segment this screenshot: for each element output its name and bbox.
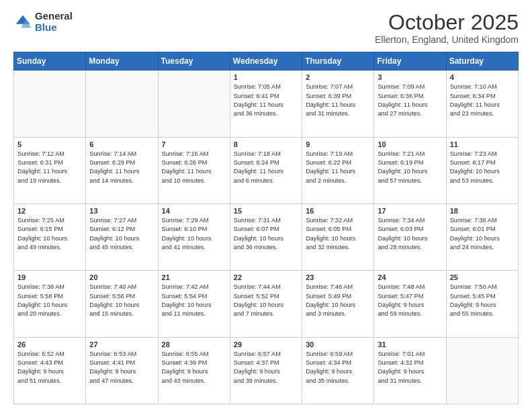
day-info: Sunrise: 7:48 AMSunset: 5:47 PMDaylight:… bbox=[378, 283, 442, 318]
day-cell-14: 14Sunrise: 7:29 AMSunset: 6:10 PMDayligh… bbox=[158, 203, 230, 270]
day-info: Sunrise: 7:32 AMSunset: 6:05 PMDaylight:… bbox=[306, 216, 370, 252]
day-info: Sunrise: 7:16 AMSunset: 6:26 PMDaylight:… bbox=[162, 150, 226, 185]
weekday-header-tuesday: Tuesday bbox=[158, 52, 230, 71]
day-info: Sunrise: 7:31 AMSunset: 6:07 PMDaylight:… bbox=[234, 216, 298, 252]
day-number: 23 bbox=[306, 273, 370, 281]
day-cell-5: 5Sunrise: 7:12 AMSunset: 6:31 PMDaylight… bbox=[14, 137, 86, 203]
title-block: October 2025 Ellerton, England, United K… bbox=[375, 11, 519, 45]
day-number: 12 bbox=[17, 207, 82, 215]
day-number: 14 bbox=[162, 207, 226, 215]
location: Ellerton, England, United Kingdom bbox=[375, 34, 519, 45]
logo-general-text: General bbox=[35, 11, 73, 22]
day-number: 7 bbox=[162, 140, 226, 148]
day-number: 4 bbox=[450, 73, 515, 81]
day-number: 27 bbox=[89, 340, 154, 349]
day-number: 28 bbox=[162, 340, 226, 349]
weekday-header-wednesday: Wednesday bbox=[230, 52, 302, 71]
day-info: Sunrise: 7:21 AMSunset: 6:19 PMDaylight:… bbox=[378, 150, 442, 185]
day-cell-31: 31Sunrise: 7:01 AMSunset: 4:32 PMDayligh… bbox=[374, 337, 446, 404]
day-info: Sunrise: 7:40 AMSunset: 5:56 PMDaylight:… bbox=[89, 283, 154, 318]
day-number: 31 bbox=[378, 340, 442, 349]
day-cell-28: 28Sunrise: 6:55 AMSunset: 4:39 PMDayligh… bbox=[158, 337, 230, 404]
day-number: 17 bbox=[378, 207, 442, 215]
day-number: 8 bbox=[234, 140, 298, 148]
day-cell-18: 18Sunrise: 7:36 AMSunset: 6:01 PMDayligh… bbox=[446, 203, 518, 270]
day-info: Sunrise: 7:18 AMSunset: 6:24 PMDaylight:… bbox=[234, 150, 298, 185]
day-number: 30 bbox=[306, 340, 370, 349]
day-info: Sunrise: 7:34 AMSunset: 6:03 PMDaylight:… bbox=[378, 216, 442, 252]
day-info: Sunrise: 7:25 AMSunset: 6:15 PMDaylight:… bbox=[17, 216, 82, 252]
day-info: Sunrise: 7:42 AMSunset: 5:54 PMDaylight:… bbox=[162, 283, 226, 318]
day-info: Sunrise: 7:10 AMSunset: 6:34 PMDaylight:… bbox=[450, 83, 515, 118]
weekday-header-thursday: Thursday bbox=[302, 52, 374, 71]
day-number: 18 bbox=[450, 207, 515, 215]
weekday-header-friday: Friday bbox=[374, 52, 446, 71]
day-info: Sunrise: 7:29 AMSunset: 6:10 PMDaylight:… bbox=[162, 216, 226, 252]
day-cell-2: 2Sunrise: 7:07 AMSunset: 6:39 PMDaylight… bbox=[302, 71, 374, 137]
weekday-header-saturday: Saturday bbox=[446, 52, 518, 71]
day-info: Sunrise: 7:14 AMSunset: 6:29 PMDaylight:… bbox=[89, 150, 154, 185]
day-cell-29: 29Sunrise: 6:57 AMSunset: 4:37 PMDayligh… bbox=[230, 337, 302, 404]
logo-blue-text: Blue bbox=[35, 22, 73, 34]
day-cell-30: 30Sunrise: 6:59 AMSunset: 4:34 PMDayligh… bbox=[302, 337, 374, 404]
day-number: 22 bbox=[234, 273, 298, 281]
day-number: 25 bbox=[450, 273, 515, 281]
day-number: 21 bbox=[162, 273, 226, 281]
day-info: Sunrise: 7:07 AMSunset: 6:39 PMDaylight:… bbox=[306, 83, 370, 118]
day-info: Sunrise: 7:12 AMSunset: 6:31 PMDaylight:… bbox=[17, 150, 82, 185]
logo: General Blue bbox=[13, 11, 73, 33]
day-cell-19: 19Sunrise: 7:38 AMSunset: 5:58 PMDayligh… bbox=[14, 271, 86, 337]
day-cell-17: 17Sunrise: 7:34 AMSunset: 6:03 PMDayligh… bbox=[374, 203, 446, 270]
day-info: Sunrise: 7:19 AMSunset: 6:22 PMDaylight:… bbox=[306, 150, 370, 185]
day-cell-24: 24Sunrise: 7:48 AMSunset: 5:47 PMDayligh… bbox=[374, 271, 446, 337]
day-cell-7: 7Sunrise: 7:16 AMSunset: 6:26 PMDaylight… bbox=[158, 137, 230, 203]
day-cell-3: 3Sunrise: 7:09 AMSunset: 6:36 PMDaylight… bbox=[374, 71, 446, 137]
day-info: Sunrise: 7:36 AMSunset: 6:01 PMDaylight:… bbox=[450, 216, 515, 252]
day-info: Sunrise: 6:55 AMSunset: 4:39 PMDaylight:… bbox=[162, 350, 226, 385]
day-info: Sunrise: 6:52 AMSunset: 4:43 PMDaylight:… bbox=[17, 350, 82, 385]
day-info: Sunrise: 7:09 AMSunset: 6:36 PMDaylight:… bbox=[378, 83, 442, 118]
week-row-1: 5Sunrise: 7:12 AMSunset: 6:31 PMDaylight… bbox=[14, 137, 519, 203]
day-number: 20 bbox=[89, 273, 154, 281]
day-number: 13 bbox=[89, 207, 154, 215]
page-header: General Blue October 2025 Ellerton, Engl… bbox=[13, 11, 519, 45]
day-info: Sunrise: 7:46 AMSunset: 5:49 PMDaylight:… bbox=[306, 283, 370, 318]
day-number: 11 bbox=[450, 140, 515, 148]
day-number: 29 bbox=[234, 340, 298, 349]
day-number: 9 bbox=[306, 140, 370, 148]
day-number: 10 bbox=[378, 140, 442, 148]
day-info: Sunrise: 7:38 AMSunset: 5:58 PMDaylight:… bbox=[17, 283, 82, 318]
week-row-4: 26Sunrise: 6:52 AMSunset: 4:43 PMDayligh… bbox=[14, 337, 519, 404]
week-row-2: 12Sunrise: 7:25 AMSunset: 6:15 PMDayligh… bbox=[14, 203, 519, 270]
empty-cell bbox=[446, 337, 518, 404]
day-number: 26 bbox=[17, 340, 82, 349]
weekday-header-sunday: Sunday bbox=[14, 52, 86, 71]
day-info: Sunrise: 7:23 AMSunset: 6:17 PMDaylight:… bbox=[450, 150, 515, 185]
day-cell-6: 6Sunrise: 7:14 AMSunset: 6:29 PMDaylight… bbox=[86, 137, 158, 203]
month-title: October 2025 bbox=[375, 11, 519, 34]
day-cell-10: 10Sunrise: 7:21 AMSunset: 6:19 PMDayligh… bbox=[374, 137, 446, 203]
empty-cell bbox=[14, 71, 86, 137]
day-cell-20: 20Sunrise: 7:40 AMSunset: 5:56 PMDayligh… bbox=[86, 271, 158, 337]
day-cell-9: 9Sunrise: 7:19 AMSunset: 6:22 PMDaylight… bbox=[302, 137, 374, 203]
day-cell-8: 8Sunrise: 7:18 AMSunset: 6:24 PMDaylight… bbox=[230, 137, 302, 203]
day-cell-11: 11Sunrise: 7:23 AMSunset: 6:17 PMDayligh… bbox=[446, 137, 518, 203]
week-row-0: 1Sunrise: 7:05 AMSunset: 6:41 PMDaylight… bbox=[14, 71, 519, 137]
empty-cell bbox=[86, 71, 158, 137]
week-row-3: 19Sunrise: 7:38 AMSunset: 5:58 PMDayligh… bbox=[14, 271, 519, 337]
day-cell-13: 13Sunrise: 7:27 AMSunset: 6:12 PMDayligh… bbox=[86, 203, 158, 270]
day-number: 3 bbox=[378, 73, 442, 81]
day-cell-4: 4Sunrise: 7:10 AMSunset: 6:34 PMDaylight… bbox=[446, 71, 518, 137]
day-cell-27: 27Sunrise: 6:53 AMSunset: 4:41 PMDayligh… bbox=[86, 337, 158, 404]
logo-icon bbox=[13, 13, 32, 32]
empty-cell bbox=[158, 71, 230, 137]
weekday-header-row: SundayMondayTuesdayWednesdayThursdayFrid… bbox=[14, 52, 519, 71]
day-cell-26: 26Sunrise: 6:52 AMSunset: 4:43 PMDayligh… bbox=[14, 337, 86, 404]
day-info: Sunrise: 7:44 AMSunset: 5:52 PMDaylight:… bbox=[234, 283, 298, 318]
day-info: Sunrise: 7:27 AMSunset: 6:12 PMDaylight:… bbox=[89, 216, 154, 252]
day-number: 2 bbox=[306, 73, 370, 81]
day-info: Sunrise: 6:57 AMSunset: 4:37 PMDaylight:… bbox=[234, 350, 298, 385]
day-number: 19 bbox=[17, 273, 82, 281]
day-cell-23: 23Sunrise: 7:46 AMSunset: 5:49 PMDayligh… bbox=[302, 271, 374, 337]
day-cell-15: 15Sunrise: 7:31 AMSunset: 6:07 PMDayligh… bbox=[230, 203, 302, 270]
